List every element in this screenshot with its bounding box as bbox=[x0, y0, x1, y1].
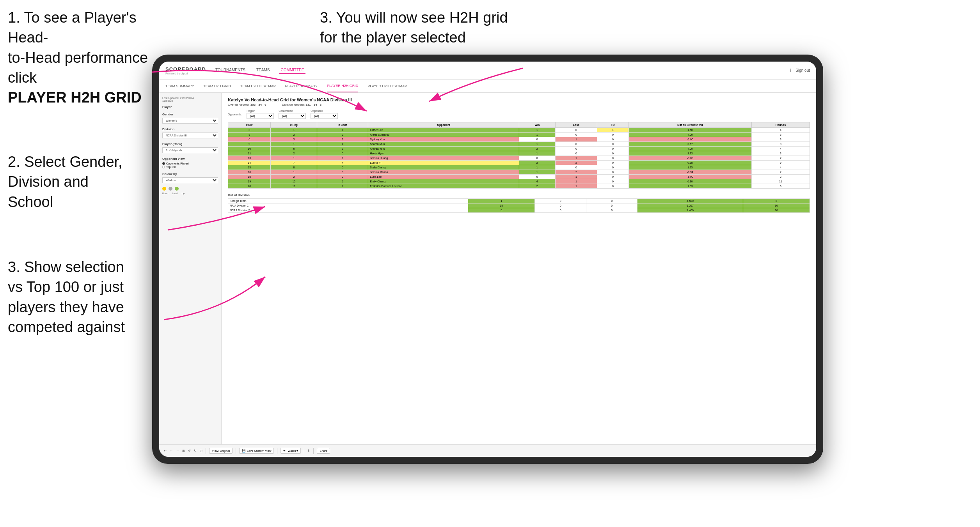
region-filter-label: Region bbox=[247, 110, 274, 112]
opponent-view-label: Opponent view bbox=[162, 157, 218, 161]
player-rank-select[interactable]: 8. Katelyn Vo bbox=[162, 147, 218, 153]
table-row: 6 3 3 Sydney Kuo 0 1 0 -1.00 3 bbox=[228, 137, 810, 142]
radio-label-1: Opponents Played bbox=[166, 162, 189, 165]
view-original-btn[interactable]: View: Original bbox=[209, 448, 233, 454]
panel-timestamp: Last Updated: 27/03/2024 16:55:38 bbox=[162, 97, 218, 102]
th-div: # Div bbox=[228, 122, 271, 128]
watch-label: Watch ▾ bbox=[288, 449, 298, 453]
instruction-bl-4: competed against bbox=[8, 319, 125, 335]
radio-circle-1 bbox=[162, 162, 165, 165]
th-loss: Loss bbox=[555, 122, 597, 128]
th-reg: # Reg bbox=[271, 122, 317, 128]
instruction-tr-2: for the player selected bbox=[320, 29, 466, 46]
filter-region: Region (All) bbox=[247, 110, 274, 119]
colour-label: Colour by bbox=[162, 172, 218, 176]
toolbar-redo1[interactable]: ↺ bbox=[188, 449, 191, 453]
label-down: Down bbox=[162, 192, 168, 195]
nav-teams[interactable]: TEAMS bbox=[255, 67, 271, 74]
radio-circle-2 bbox=[162, 166, 165, 168]
toolbar-forward[interactable]: → bbox=[176, 449, 179, 453]
gender-label: Gender bbox=[162, 113, 218, 116]
opponents-label: Opponents: bbox=[228, 113, 242, 116]
logo-sub: Powered by clippd bbox=[165, 72, 206, 75]
gender-section: Gender Women's Men's bbox=[162, 113, 218, 124]
radio-opponents-played[interactable]: Opponents Played bbox=[162, 162, 218, 165]
division-section: Division NCAA Division III NCAA Division… bbox=[162, 127, 218, 138]
division-record-label: Division Record: 331 - 34 - 6 bbox=[282, 103, 321, 106]
ood-table-row: Foreign Team 1 0 0 4.500 2 bbox=[228, 199, 810, 203]
instruction-tr-1: 3. You will now see H2H grid bbox=[320, 9, 508, 26]
eye-icon: 👁 bbox=[283, 449, 286, 453]
radio-top100[interactable]: Top 100 bbox=[162, 166, 218, 168]
subnav-team-summary[interactable]: TEAM SUMMARY bbox=[165, 80, 194, 92]
table-row: 11 2 5 Heejo Hyun 1 0 0 3.33 3 bbox=[228, 151, 810, 156]
toolbar-download[interactable]: ⬇ bbox=[307, 449, 310, 453]
player-section: Player bbox=[162, 105, 218, 109]
subnav-team-h2h-heatmap[interactable]: TEAM H2H HEATMAP bbox=[240, 80, 276, 92]
subnav-player-h2h-grid[interactable]: PLAYER H2H GRID bbox=[327, 80, 358, 92]
table-row: 20 11 7 Federica Domecq Lacroze 2 1 0 1.… bbox=[228, 184, 810, 189]
toolbar-sep-5 bbox=[313, 448, 314, 454]
player-label: Player bbox=[162, 105, 218, 109]
instruction-line-1: 1. To see a Player's Head- bbox=[8, 9, 137, 46]
table-row: 3 1 1 Esther Lee 1 0 1 1.50 4 bbox=[228, 128, 810, 133]
tablet-screen: SCOREBOARD Powered by clippd TOURNAMENTS… bbox=[159, 62, 816, 457]
subnav-team-h2h-grid[interactable]: TEAM H2H GRID bbox=[203, 80, 231, 92]
table-row: 13 1 1 Jessica Huang 0 1 0 -3.00 2 bbox=[228, 156, 810, 161]
toolbar-redo2[interactable]: ↻ bbox=[194, 449, 197, 453]
opponent-filter-label: Opponent bbox=[311, 110, 338, 112]
instructions-top-left: 1. To see a Player's Head- to-Head perfo… bbox=[8, 8, 172, 108]
colour-labels: Down Level Up bbox=[162, 192, 218, 195]
out-of-division-label: Out of division bbox=[228, 193, 810, 197]
instructions-mid-left: 2. Select Gender, Division and School bbox=[8, 152, 123, 212]
toolbar-sep-2 bbox=[236, 448, 236, 454]
subnav-player-summary[interactable]: PLAYER SUMMARY bbox=[285, 80, 318, 92]
toolbar-grid[interactable]: ⊞ bbox=[182, 449, 185, 453]
out-of-division-table: Foreign Team 1 0 0 4.500 2 NAIA Division… bbox=[228, 198, 810, 213]
colour-select[interactable]: Win/loss bbox=[162, 177, 218, 183]
logo-area: SCOREBOARD Powered by clippd bbox=[165, 66, 206, 75]
player-rank-label: Player (Rank) bbox=[162, 142, 218, 146]
nav-items: TOURNAMENTS TEAMS COMMITTEE bbox=[214, 67, 790, 74]
data-panel: Katelyn Vo Head-to-Head Grid for Women's… bbox=[222, 93, 816, 444]
toolbar-back[interactable]: ← bbox=[170, 449, 173, 453]
conference-filter-select[interactable]: (All) bbox=[279, 113, 306, 119]
instruction-bl-2: vs Top 100 or just bbox=[8, 279, 124, 295]
division-select[interactable]: NCAA Division III NCAA Division I NCAA D… bbox=[162, 133, 218, 138]
div-value: 331 - 34 - 6 bbox=[305, 103, 321, 106]
ood-table-body: Foreign Team 1 0 0 4.500 2 NAIA Division… bbox=[228, 199, 810, 213]
view-original-label: View: Original bbox=[212, 449, 230, 453]
filter-opponent: Opponent (All) bbox=[311, 110, 338, 119]
save-custom-btn[interactable]: 💾 Save Custom View bbox=[239, 448, 274, 454]
table-row: 10 6 3 Andrea York 2 0 0 4.00 4 bbox=[228, 147, 810, 151]
share-btn[interactable]: Share bbox=[317, 448, 330, 454]
conference-filter-label: Conference bbox=[279, 110, 306, 112]
table-row: 5 2 2 Alexis Sudjianto 1 0 0 4.00 3 bbox=[228, 133, 810, 137]
nav-signout[interactable]: Sign out bbox=[795, 68, 810, 73]
toolbar-undo[interactable]: ↩ bbox=[164, 449, 167, 453]
table-row: 14 7 4 Eunice Yi 2 2 0 0.38 9 bbox=[228, 161, 810, 165]
watch-btn[interactable]: 👁 Watch ▾ bbox=[281, 448, 301, 454]
gender-select[interactable]: Women's Men's bbox=[162, 118, 218, 124]
table-row: 9 1 4 Sharon Mun 1 0 0 3.67 3 bbox=[228, 142, 810, 147]
instruction-bl-1: 3. Show selection bbox=[8, 259, 124, 275]
instructions-bot-left: 3. Show selection vs Top 100 or just pla… bbox=[8, 257, 125, 337]
table-row: 18 2 2 Euna Lee 0 1 0 -5.00 2 bbox=[228, 175, 810, 179]
overall-record-label: Overall Record: 353 - 34 - 6 bbox=[228, 103, 266, 106]
instructions-top-right: 3. You will now see H2H grid for the pla… bbox=[320, 8, 508, 48]
toolbar-sep-1 bbox=[206, 448, 206, 454]
timestamp-date: Last Updated: 27/03/2024 bbox=[162, 97, 218, 99]
region-filter-select[interactable]: (All) bbox=[247, 113, 274, 119]
dot-down bbox=[162, 187, 166, 191]
nav-tournaments[interactable]: TOURNAMENTS bbox=[214, 67, 247, 74]
th-rounds: Rounds bbox=[752, 122, 810, 128]
sub-nav: TEAM SUMMARY TEAM H2H GRID TEAM H2H HEAT… bbox=[159, 80, 816, 93]
subnav-player-h2h-heatmap[interactable]: PLAYER H2H HEATMAP bbox=[368, 80, 407, 92]
ood-table-row: NAIA Division 1 15 0 0 9.267 30 bbox=[228, 203, 810, 208]
toolbar-clock[interactable]: ◷ bbox=[200, 449, 202, 453]
label-up: Up bbox=[182, 192, 185, 195]
th-diff: Diff Av Strokes/Rnd bbox=[628, 122, 751, 128]
instruction-bold: PLAYER H2H GRID bbox=[8, 89, 142, 106]
nav-committee[interactable]: COMMITTEE bbox=[279, 67, 305, 74]
opponent-filter-select[interactable]: (All) bbox=[311, 113, 338, 119]
